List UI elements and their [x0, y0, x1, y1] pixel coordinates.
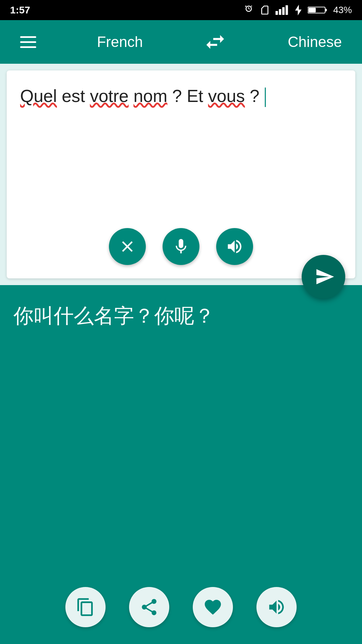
menu-button[interactable]	[20, 36, 36, 48]
source-panel: Quel est votre nom ? Et vous ?	[7, 70, 355, 278]
speak-target-button[interactable]	[256, 587, 297, 627]
svg-rect-6	[325, 9, 327, 11]
microphone-button[interactable]	[163, 228, 199, 265]
source-word-2: est	[62, 86, 90, 106]
status-time: 1:57	[10, 4, 30, 16]
target-text-display: 你叫什么名字？你呢？	[0, 285, 362, 577]
favorite-button[interactable]	[193, 587, 233, 627]
status-icons: 43%	[243, 5, 352, 15]
swap-languages-button[interactable]	[203, 30, 227, 54]
source-word-7: vous	[208, 86, 245, 106]
source-word-5: nom	[133, 86, 167, 106]
signal-icon	[276, 5, 289, 15]
share-button[interactable]	[129, 587, 169, 627]
text-cursor	[265, 88, 266, 107]
svg-rect-1	[279, 9, 281, 15]
source-language-selector[interactable]: French	[97, 34, 143, 50]
battery-percent: 43%	[333, 5, 352, 15]
translate-button[interactable]	[302, 255, 345, 299]
toolbar: French Chinese	[0, 20, 362, 64]
source-word-6: ? Et	[172, 86, 208, 106]
svg-rect-7	[308, 8, 316, 12]
target-language-selector[interactable]: Chinese	[288, 34, 342, 50]
source-word-8: ?	[250, 86, 259, 106]
svg-marker-4	[295, 5, 301, 15]
svg-rect-2	[282, 7, 285, 15]
source-text-area[interactable]: Quel est votre nom ? Et vous ?	[7, 70, 355, 218]
status-bar: 1:57 43%	[0, 0, 362, 20]
battery-icon	[308, 5, 328, 15]
copy-button[interactable]	[65, 587, 106, 627]
alarm-icon	[243, 5, 254, 15]
svg-rect-0	[276, 11, 278, 15]
sim-icon	[259, 5, 270, 15]
clear-button[interactable]	[109, 228, 146, 265]
main-content: Quel est votre nom ? Et vous ?	[0, 64, 362, 644]
speak-source-button[interactable]	[216, 228, 253, 265]
target-panel: 你叫什么名字？你呢？	[0, 285, 362, 644]
source-word-1: Quel	[20, 86, 57, 106]
target-actions	[0, 577, 362, 644]
svg-rect-3	[286, 5, 288, 15]
source-word-3: votre	[90, 86, 129, 106]
charging-icon	[294, 5, 302, 15]
